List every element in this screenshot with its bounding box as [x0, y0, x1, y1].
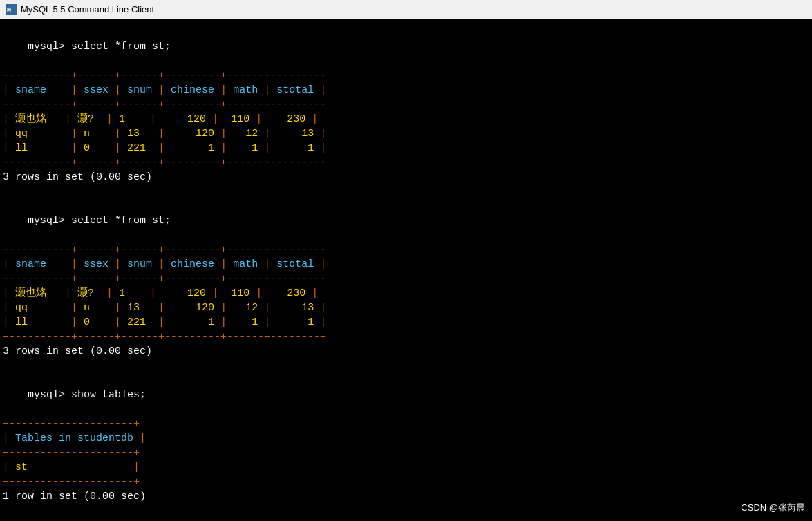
table-header-row: | sname | ssex | snum | chinese | math |…: [3, 83, 809, 97]
window-title: MySQL 5.5 Command Line Client: [21, 4, 154, 15]
blank-line: [3, 359, 809, 373]
table-border: +----------+------+------+---------+----…: [3, 155, 809, 170]
title-bar: M MySQL 5.5 Command Line Client: [0, 0, 812, 19]
table-row: | qq | n | 13 | 120 | 12 | 13 |: [3, 126, 809, 141]
table-border: +--------------------+: [3, 475, 809, 489]
command-line-2: mysql> select *from st;: [3, 199, 809, 243]
table-row: | st |: [3, 460, 809, 475]
result-info-1: 3 rows in set (0.00 sec): [3, 170, 809, 184]
terminal-window[interactable]: mysql> select *from st; +----------+----…: [0, 19, 812, 521]
watermark: CSDN @张芮晨: [741, 502, 805, 514]
cursor-line: mysql>: [3, 518, 809, 521]
command-line-3: mysql> show tables;: [3, 373, 809, 417]
table-border: +----------+------+------+---------+----…: [3, 330, 809, 344]
command-line-1: mysql> select *from st;: [3, 25, 809, 68]
result-info-2: 3 rows in set (0.00 sec): [3, 344, 809, 359]
app-icon: M: [6, 4, 17, 15]
blank-line: [3, 504, 809, 518]
table-row: | ll | 0 | 221 | 1 | 1 | 1 |: [3, 315, 809, 330]
table-border: +--------------------+: [3, 446, 809, 460]
table-border: +----------+------+------+---------+----…: [3, 68, 809, 83]
table-row: | qq | n | 13 | 120 | 12 | 13 |: [3, 301, 809, 315]
result-info-3: 1 row in set (0.00 sec): [3, 489, 809, 504]
table-header-row: | sname | ssex | snum | chinese | math |…: [3, 257, 809, 272]
svg-text:M: M: [7, 7, 11, 15]
table-border: +----------+------+------+---------+----…: [3, 272, 809, 286]
table-header-row: | Tables_in_studentdb |: [3, 431, 809, 446]
table-row: | ll | 0 | 221 | 1 | 1 | 1 |: [3, 141, 809, 155]
table-border: +--------------------+: [3, 417, 809, 431]
blank-line: [3, 184, 809, 199]
table-border: +----------+------+------+---------+----…: [3, 97, 809, 112]
table-border: +----------+------+------+---------+----…: [3, 243, 809, 257]
table-row: | 灏也姳 | 灏? | 1 | 120 | 110 | 230 |: [3, 112, 809, 126]
table-row: | 灏也姳 | 灏? | 1 | 120 | 110 | 230 |: [3, 286, 809, 301]
